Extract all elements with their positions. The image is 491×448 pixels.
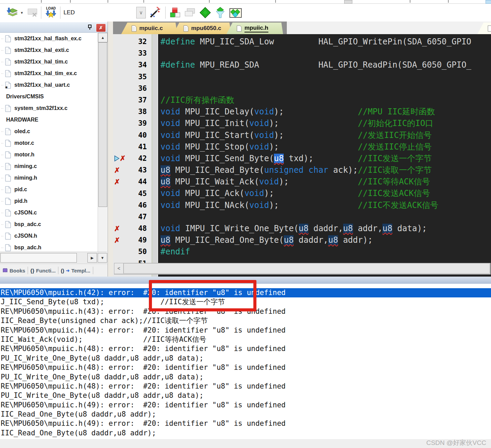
scroll-down-icon[interactable]: ▼ — [98, 253, 107, 263]
close-icon[interactable]: ✗ — [96, 24, 106, 32]
panel-splitter[interactable] — [108, 22, 113, 277]
toolbar-separator-tick — [70, 0, 71, 3]
windows-button-disabled[interactable] — [183, 5, 197, 20]
editor-gutter: 32333435363738394041✗42✗43✗44454647✗48✗4… — [113, 34, 152, 277]
tree-item[interactable]: ·· stm32f1xx_hal_tim.c — [0, 56, 98, 68]
code-line[interactable]: u8 MPU_IIC_Wait_Ack(void); //IIC等待ACK信号 — [158, 176, 491, 187]
tree-connector: ·· — [1, 129, 5, 134]
manage-rte-button[interactable] — [168, 5, 182, 20]
build-output-line[interactable]: RE\MPU6050\mpuiic.h(48): error: #20: ide… — [0, 344, 491, 353]
scroll-left-icon[interactable]: < — [114, 263, 124, 274]
tree-item[interactable]: ·· pid.c — [0, 184, 98, 195]
error-mark-icon: ✗ — [120, 155, 126, 162]
build-output-line[interactable]: J_IIC_Send_Byte(u8 txd); //IIC发送一个字节 — [0, 297, 491, 307]
tab-functions[interactable]: {} Functi... — [28, 268, 58, 274]
code-line[interactable]: u8 MPU_IIC_Read_Byte(unsigned char ack);… — [158, 164, 491, 176]
tree-item[interactable]: ·· cJSON.c — [0, 207, 98, 219]
options-for-target-button[interactable] — [148, 5, 163, 20]
scrollbar-thumb[interactable] — [98, 42, 107, 207]
tab-templates[interactable]: () ➜ Templ... — [58, 268, 93, 274]
tree-group[interactable]: Drivers/CMSIS — [0, 91, 98, 102]
code-line[interactable]: void MPU_IIC_Start(void); //发送IIC开始信号 — [158, 129, 491, 141]
gutter-row: 38 — [113, 106, 152, 117]
output-horizontal-scrollbar[interactable] — [0, 439, 491, 448]
tree-item[interactable]: ·· motor.h — [0, 149, 98, 160]
project-panel-titlebar[interactable]: ✗ — [0, 22, 108, 33]
tree-item[interactable]: ·· motor.c — [0, 137, 98, 149]
build-output-line[interactable]: RE\MPU6050\mpuiic.h(43): error: #20: ide… — [0, 307, 491, 316]
code-line[interactable]: void IMPU_IC_Write_One_Byte(u8 daddr,u8 … — [158, 223, 491, 234]
build-dropdown-caret[interactable]: ▼ — [19, 5, 25, 20]
tree-item[interactable]: ·· niming.h — [0, 172, 98, 184]
code-line[interactable]: #endif — [158, 246, 491, 257]
code-line[interactable]: void MPU_IIC_Send_Byte(u8 txd); //IIC发送一… — [158, 153, 491, 164]
code-line[interactable]: void MPU_IIC_Delay(void); //MPU IIC延时函数 — [158, 106, 491, 117]
editor-tab-mpuiic-c[interactable]: mpuiic.c — [121, 23, 177, 34]
tree-item[interactable]: ·· niming.c — [0, 160, 98, 172]
function-editor-button[interactable] — [198, 5, 212, 20]
line-number: 38 — [126, 108, 152, 116]
build-output-line[interactable]: IIC_Read_Byte(unsigned char ack);//IIC读取… — [0, 316, 491, 325]
code-line[interactable]: void MPU_IIC_Stop(void); //发送IIC停止信号 — [158, 141, 491, 153]
code-line[interactable]: void MPU_IIC_Init(void); //初始化IIC的IO口 — [158, 117, 491, 129]
pack-installer-button[interactable] — [228, 5, 243, 20]
batch-build-button-disabled[interactable] — [26, 5, 40, 20]
tree-item[interactable]: ·· cJSON.h — [0, 230, 98, 242]
editor-horizontal-scrollbar[interactable]: < — [114, 263, 491, 275]
code-line[interactable] — [158, 71, 491, 83]
build-output-line[interactable]: PU_IC_Write_One_Byte(u8 daddr,u8 addr,u8… — [0, 354, 491, 363]
code-line[interactable]: void MPU_IIC_Ack(void); //IIC发送ACK信号 — [158, 187, 491, 199]
sidebar-bottom-tabs: Books {} Functi... () ➜ Templ... — [0, 264, 108, 277]
gutter-row: 46 — [113, 199, 152, 211]
target-select[interactable]: LED — [64, 5, 84, 20]
flash-download-button[interactable]: LOAD — [43, 5, 59, 20]
editor-tab-mpu6050-c[interactable]: mpu6050.c — [173, 23, 231, 34]
filter-button[interactable] — [213, 5, 227, 20]
tree-item[interactable]: ·· stm32f1xx_hal_exti.c — [0, 44, 98, 56]
code-line[interactable] — [158, 47, 491, 59]
build-output-line[interactable]: RE\MPU6050\mpuiic.h(44): error: #20: ide… — [0, 326, 491, 335]
tab-books[interactable]: Books — [0, 268, 28, 274]
code-area[interactable]: #define MPU_IIC_SDA_Low HAL_GPIO_WritePi… — [158, 34, 491, 277]
tree-item[interactable]: ·· bsp_adc.h — [0, 242, 98, 252]
code-line[interactable]: void MPU_IIC_NAck(void); //IIC不发送ACK信号 — [158, 199, 491, 211]
build-output-line[interactable]: PU_IC_Write_One_Byte(u8 daddr,u8 addr,u8… — [0, 373, 491, 382]
code-line[interactable] — [158, 83, 491, 94]
build-output-line[interactable]: PU_IC_Write_One_Byte(u8 daddr,u8 addr,u8… — [0, 391, 491, 400]
tree-item[interactable]: ·· oled.c — [0, 126, 98, 137]
tree-item[interactable]: ·· bsp_adc.c — [0, 219, 98, 230]
pin-icon[interactable] — [87, 24, 93, 30]
tree-item[interactable]: ·· stm32f1xx_hal_tim_ex.c — [0, 68, 98, 79]
tree-horizontal-scrollbar[interactable]: ▶ ▼ — [0, 252, 107, 264]
tree-item[interactable]: ·· system_stm32f1xx.c — [0, 102, 98, 114]
tree-group[interactable]: HARDWARE — [0, 114, 98, 126]
build-output-line[interactable]: RE\MPU6050\mpuiic.h(42): error: #20: ide… — [0, 288, 491, 297]
scroll-up-icon[interactable]: ▲ — [98, 33, 108, 42]
build-output-panel[interactable]: RE\MPU6050\mpuiic.h(42): error: #20: ide… — [0, 284, 491, 439]
editor-tab-mpuiic-h[interactable]: mpuiic.h — [226, 23, 283, 34]
code-line[interactable]: #define MPU_IIC_SDA_Low HAL_GPIO_WritePi… — [158, 36, 491, 47]
code-line[interactable]: u8 MPU_IIC_Read_One_Byte(u8 daddr,u8 add… — [158, 234, 491, 246]
build-button[interactable] — [4, 5, 19, 20]
build-output-line[interactable]: RE\MPU6050\mpuiic.h(48): error: #20: ide… — [0, 363, 491, 372]
tree-item[interactable]: ·· ✱ stm32f1xx_hal_uart.c — [0, 79, 98, 91]
filter-funnel-icon — [214, 6, 226, 19]
build-output-line[interactable]: IIC_Wait_Ack(void); //IIC等待ACK信号 — [0, 335, 491, 344]
code-line[interactable] — [158, 211, 491, 223]
output-panel-splitter[interactable] — [0, 277, 491, 284]
tree-item[interactable]: ·· stm32f1xx_hal_flash_ex.c — [0, 33, 98, 44]
scrollbar-thumb[interactable] — [0, 253, 77, 263]
build-output-line[interactable]: RE\MPU6050\mpuiic.h(48): error: #20: ide… — [0, 382, 491, 391]
code-line[interactable]: //IIC所有操作函数 — [158, 94, 491, 106]
build-output-line[interactable]: RE\MPU6050\mpuiic.h(49): error: #20: ide… — [0, 401, 491, 410]
build-output-line[interactable]: RE\MPU6050\mpuiic.h(49): error: #20: ide… — [0, 419, 491, 428]
scrollbar-thumb[interactable] — [124, 264, 489, 273]
tree-item[interactable]: ·· pid.h — [0, 195, 98, 207]
target-select-dropdown[interactable]: ∨ — [136, 5, 146, 20]
scroll-right-icon[interactable]: ▶ — [87, 253, 97, 263]
code-line[interactable]: #define MPU_READ_SDA HAL_GPIO_ReadPin(SD… — [158, 59, 491, 71]
tree-connector: ·· — [1, 60, 5, 64]
tree-vertical-scrollbar[interactable]: ▲ — [98, 33, 107, 252]
build-output-line[interactable]: IIC_Read_One_Byte(u8 daddr,u8 addr); — [0, 429, 491, 438]
build-output-line[interactable]: IIC_Read_One_Byte(u8 daddr,u8 addr); — [0, 410, 491, 419]
